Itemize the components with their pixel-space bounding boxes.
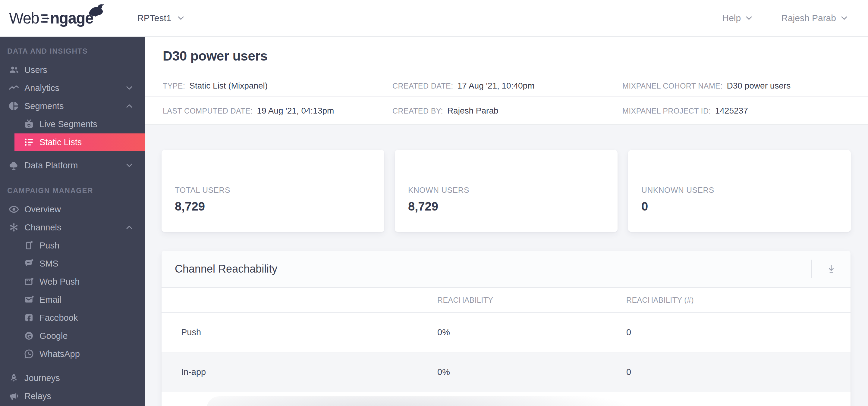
main-content: D30 power users TYPE: Static List (Mixpa… — [145, 37, 868, 406]
card-label: UNKNOWN USERS — [641, 185, 851, 195]
page-title: D30 power users — [145, 37, 868, 75]
topbar-right: Help Rajesh Parab — [722, 13, 849, 23]
sidebar-section-data-insights: DATA AND INSIGHTS — [0, 37, 145, 61]
sidebar-section-campaign-manager: CAMPAIGN MANAGER — [0, 174, 145, 200]
sidebar-item-segments[interactable]: Segments — [0, 97, 145, 115]
card-unknown-users: UNKNOWN USERS 0 — [628, 150, 851, 232]
sidebar-item-overview[interactable]: Overview — [0, 200, 145, 218]
user-menu[interactable]: Rajesh Parab — [781, 13, 849, 23]
data-platform-cloud-icon — [8, 160, 19, 171]
relays-megaphone-icon — [8, 391, 19, 402]
sidebar-item-relays[interactable]: Relays — [0, 387, 145, 405]
card-total-users: TOTAL USERS 8,729 — [161, 150, 384, 232]
sidebar-item-channels[interactable]: Channels — [0, 218, 145, 236]
panel-header: Channel Reachability — [161, 250, 850, 287]
channel-reachability-panel: Channel Reachability REACHABIL — [161, 250, 850, 406]
users-icon — [8, 64, 19, 75]
sidebar-item-email[interactable]: Email — [0, 291, 145, 309]
push-phone-icon — [24, 240, 34, 251]
sidebar-item-live-segments[interactable]: Live Segments — [0, 115, 145, 133]
table-row-partial — [161, 392, 850, 406]
sidebar-item-label: Overview — [24, 204, 61, 214]
chevron-down-icon — [840, 13, 849, 23]
table-row-inapp: In-app 0% 0 — [161, 352, 850, 392]
bird-logo-icon — [87, 1, 104, 16]
help-menu[interactable]: Help — [722, 13, 754, 23]
meta-label: LAST COMPUTED DATE: — [163, 107, 253, 115]
overview-eye-icon — [8, 204, 19, 215]
meta-value: Static List (Mixpanel) — [189, 81, 268, 91]
chevron-up-icon — [125, 223, 134, 232]
scroll-shadow — [207, 396, 828, 406]
download-icon — [825, 263, 837, 275]
meta-last-computed: LAST COMPUTED DATE: 19 Aug '21, 04:13pm — [163, 106, 393, 116]
sidebar-item-label: Users — [24, 65, 47, 75]
topbar: Web ngage RPTest1 Help R — [0, 0, 868, 37]
sidebar-item-label: Google — [39, 331, 68, 341]
cell-channel: Push — [161, 327, 437, 337]
sidebar-item-label: Data Platform — [24, 161, 78, 170]
project-switcher[interactable]: RPTest1 — [137, 13, 185, 23]
meta-value: Rajesh Parab — [447, 106, 498, 116]
live-segments-tv-icon — [24, 119, 34, 130]
sidebar-item-sms[interactable]: SMS — [0, 255, 145, 273]
sidebar-item-label: Channels — [24, 223, 61, 233]
content-area: TOTAL USERS 8,729 KNOWN USERS 8,729 UNKN… — [145, 125, 868, 406]
sidebar-item-static-lists[interactable]: Static Lists — [14, 133, 145, 151]
card-value: 0 — [641, 200, 851, 213]
meta-cohort-name: MIXPANEL COHORT NAME: D30 power users — [622, 81, 868, 91]
meta-label: CREATED DATE: — [393, 81, 453, 90]
meta-label: TYPE: — [163, 81, 185, 90]
sidebar-item-facebook[interactable]: Facebook — [0, 309, 145, 327]
help-label: Help — [722, 13, 741, 23]
sidebar-item-data-platform[interactable]: Data Platform — [0, 156, 145, 174]
sidebar-item-web-push[interactable]: Web Push — [0, 273, 145, 291]
sidebar-item-label: Relays — [24, 391, 51, 401]
chevron-down-icon — [125, 83, 134, 93]
meta-value: 17 Aug '21, 10:40pm — [458, 81, 535, 91]
table-header-reachability-count: REACHABILITY (#) — [626, 296, 850, 304]
meta-value: 1425237 — [715, 106, 748, 116]
sidebar-item-label: Live Segments — [39, 119, 97, 129]
sidebar-item-label: Analytics — [24, 83, 59, 93]
meta-row-2: LAST COMPUTED DATE: 19 Aug '21, 04:13pm … — [145, 96, 868, 125]
sidebar-item-analytics[interactable]: Analytics — [0, 79, 145, 97]
email-envelope-icon — [24, 294, 34, 305]
webengage-logo[interactable]: Web ngage — [9, 9, 93, 27]
sidebar-item-label: Email — [39, 295, 61, 305]
meta-created-by: CREATED BY: Rajesh Parab — [393, 106, 622, 116]
meta-created-date: CREATED DATE: 17 Aug '21, 10:40pm — [393, 81, 622, 91]
meta-value: 19 Aug '21, 04:13pm — [257, 106, 334, 116]
sidebar-item-label: Segments — [24, 101, 64, 111]
meta-row-1: TYPE: Static List (Mixpanel) CREATED DAT… — [145, 75, 868, 96]
sidebar-item-google[interactable]: Google — [0, 327, 145, 345]
facebook-icon — [24, 312, 34, 323]
sidebar-item-push[interactable]: Push — [0, 236, 145, 255]
meta-type: TYPE: Static List (Mixpanel) — [163, 81, 393, 91]
cell-reachability: 0% — [437, 367, 626, 377]
meta-value: D30 power users — [727, 81, 791, 91]
cell-reachability: 0% — [437, 327, 626, 337]
journeys-rocket-icon — [8, 373, 19, 383]
card-value: 8,729 — [408, 200, 618, 213]
chevron-down-icon — [744, 13, 753, 23]
sidebar-item-label: Journeys — [24, 373, 60, 383]
user-name: Rajesh Parab — [781, 13, 836, 23]
logo-e-arrows-icon — [40, 13, 50, 24]
sidebar-item-label: Static Lists — [39, 137, 82, 147]
card-value: 8,729 — [175, 200, 384, 213]
sidebar-spacer — [0, 151, 145, 156]
download-button[interactable] — [812, 250, 850, 287]
sidebar-item-users[interactable]: Users — [0, 61, 145, 79]
whatsapp-icon — [24, 348, 34, 359]
sidebar-item-journeys[interactable]: Journeys — [0, 369, 145, 387]
sidebar-item-label: Web Push — [39, 277, 80, 287]
project-name: RPTest1 — [137, 13, 171, 23]
chevron-down-icon — [125, 161, 134, 170]
stat-cards: TOTAL USERS 8,729 KNOWN USERS 8,729 UNKN… — [161, 150, 868, 232]
card-label: KNOWN USERS — [408, 185, 618, 195]
card-known-users: KNOWN USERS 8,729 — [395, 150, 618, 232]
card-label: TOTAL USERS — [175, 185, 384, 195]
logo-text-engage: ngage — [50, 9, 93, 27]
sidebar-item-whatsapp[interactable]: WhatsApp — [0, 345, 145, 363]
